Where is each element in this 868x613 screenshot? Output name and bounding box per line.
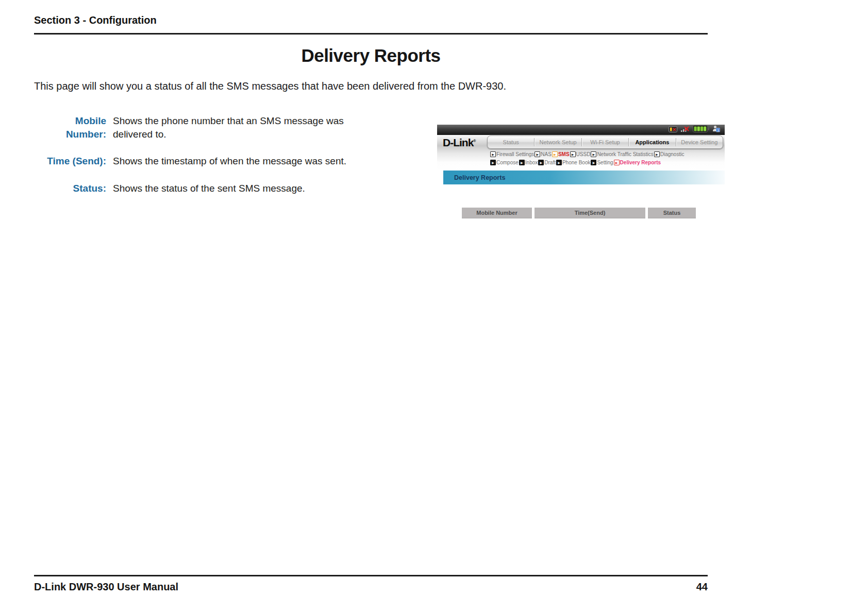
- arrow-icon-active: ▶: [552, 151, 558, 157]
- arrow-icon: ▶: [591, 160, 596, 165]
- footer-divider: [34, 575, 708, 576]
- field-row-time-send: Time (Send): Shows the timestamp of when…: [34, 155, 355, 168]
- header-divider: [34, 33, 708, 35]
- nav-tabbar: Status Network Setup Wi-Fi Setup Applica…: [487, 135, 723, 149]
- tab-applications: Applications: [629, 139, 675, 145]
- arrow-icon: ▶: [654, 151, 660, 157]
- arrow-icon-active: ▶: [614, 160, 620, 165]
- subnav-item-network-traffic-statistics: ▶Network Traffic Statistics: [591, 151, 653, 157]
- sim-badge-count: 1: [717, 128, 719, 132]
- subnav-item-compose: ▶Compose: [490, 160, 519, 165]
- section-header: Section 3 - Configuration: [34, 14, 157, 26]
- arrow-icon: ▶: [535, 151, 540, 157]
- tab-wifi-setup: Wi-Fi Setup: [582, 139, 628, 145]
- subnav-label: NAS: [541, 151, 552, 157]
- subnav-item-draft: ▶Draft: [538, 160, 556, 165]
- column-header-time-send: Time(Send): [535, 208, 645, 218]
- subnav-label-active: Delivery Reports: [620, 160, 661, 165]
- subnav-item-inbox: ▶Inbox: [519, 160, 538, 165]
- field-row-status: Status: Shows the status of the sent SMS…: [34, 182, 355, 195]
- arrow-icon: ▶: [519, 160, 525, 165]
- subnav-item-setting: ▶Setting: [591, 160, 613, 165]
- tab-status: Status: [488, 139, 534, 145]
- arrow-icon: ▶: [556, 160, 562, 165]
- subnav-label: Inbox: [525, 160, 538, 165]
- subnav-row-sms: ▶Compose ▶Inbox ▶Draft ▶Phone Book ▶Sett…: [490, 160, 661, 165]
- dlink-logo-text: D-Link: [443, 137, 473, 148]
- arrow-icon: ▶: [538, 160, 544, 165]
- column-header-mobile-number: Mobile Number: [462, 208, 532, 218]
- subnav-label: USSD: [576, 151, 591, 157]
- field-description-time-send: Shows the timestamp of when the message …: [113, 155, 355, 168]
- subnav-item-firewall-settings: ▶Firewall Settings: [490, 151, 534, 157]
- subnav-label: Phone Book: [562, 160, 591, 165]
- subnav-label: Network Traffic Statistics: [597, 151, 653, 157]
- subnav-item-ussd: ▶USSD: [570, 151, 591, 157]
- subnav-item-diagnostic: ▶Diagnostic: [654, 151, 685, 157]
- field-label-status: Status:: [34, 182, 106, 195]
- arrow-icon: ▶: [490, 151, 496, 157]
- field-description-mobile-number: Shows the phone number that an SMS messa…: [113, 114, 355, 141]
- sim-badge-icon: 1: [712, 125, 720, 134]
- arrow-icon: ▶: [591, 151, 596, 157]
- page-banner: Delivery Reports: [443, 171, 725, 184]
- router-status-bar: 1: [437, 125, 725, 135]
- field-label-time-send: Time (Send):: [34, 155, 106, 168]
- network-alert-icon: [669, 125, 677, 134]
- tab-network-setup: Network Setup: [535, 139, 581, 145]
- dlink-logo: D-Link®: [443, 137, 476, 149]
- footer-page-number: 44: [34, 581, 708, 593]
- subnav-label: Firewall Settings: [496, 151, 534, 157]
- subnav-item-sms: ▶SMS: [552, 151, 570, 157]
- subnav-item-nas: ▶NAS: [535, 151, 552, 157]
- field-label-mobile-number: Mobile Number:: [34, 114, 106, 141]
- field-description-status: Shows the status of the sent SMS message…: [113, 182, 355, 195]
- no-signal-icon: [680, 125, 690, 134]
- subnav-label: Draft: [544, 160, 556, 165]
- page-banner-title: Delivery Reports: [454, 174, 505, 181]
- subnav-label-active: SMS: [558, 151, 570, 157]
- registered-mark: ®: [473, 139, 476, 143]
- field-row-mobile-number: Mobile Number: Shows the phone number th…: [34, 114, 355, 141]
- column-header-status: Status: [648, 208, 696, 218]
- page-title: Delivery Reports: [34, 45, 708, 66]
- arrow-icon: ▶: [490, 160, 496, 165]
- subnav-item-delivery-reports: ▶Delivery Reports: [614, 160, 661, 165]
- router-ui-screenshot: 1 D-Link® Status Network Setup Wi-Fi Set…: [437, 125, 725, 222]
- subnav-row-applications: ▶Firewall Settings ▶NAS ▶SMS ▶USSD ▶Netw…: [490, 151, 685, 157]
- delivery-reports-table: Mobile Number Time(Send) Status: [462, 208, 696, 218]
- tab-device-setting: Device Setting: [676, 139, 723, 145]
- battery-icon: [693, 125, 709, 134]
- arrow-icon: ▶: [570, 151, 576, 157]
- intro-text: This page will show you a status of all …: [34, 80, 601, 92]
- subnav-label: Compose: [496, 160, 519, 165]
- subnav-label: Setting: [597, 160, 613, 165]
- subnav-label: Diagnostic: [660, 151, 685, 157]
- subnav-item-phone-book: ▶Phone Book: [556, 160, 591, 165]
- router-header: D-Link® Status Network Setup Wi-Fi Setup…: [437, 135, 725, 171]
